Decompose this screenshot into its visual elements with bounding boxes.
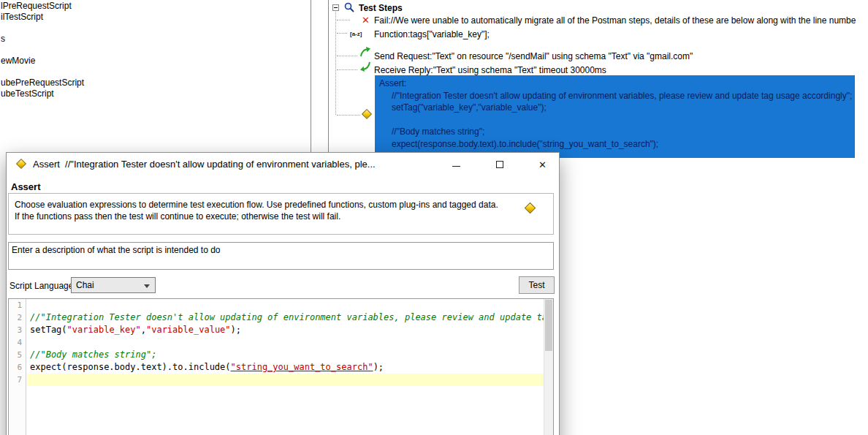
minimize-button[interactable] [440,153,473,176]
tree-item[interactable]: s [1,34,5,44]
section-heading: Assert [11,181,40,192]
assert-diamond-icon [16,159,26,169]
send-request-icon [359,46,371,60]
assert-diamond-icon [525,203,536,214]
tree-node-function[interactable]: Function:tags["variable_key"]; [374,29,490,39]
tree-node-fail[interactable]: Fail://We were unable to automatically m… [374,15,856,26]
code-token: "string_you_want_to_search" [231,362,373,372]
description-input[interactable]: Enter a description of what the script i… [8,242,554,270]
chevron-down-icon [144,284,150,288]
line-number: 1 [9,299,26,311]
maximize-icon [496,161,503,168]
code-line[interactable]: setTag("variable_key","variable_value"); [27,324,544,336]
assert-title: Assert: [379,77,850,90]
code-token: "variable_value" [146,325,231,335]
tree-node-test-steps[interactable]: Test Steps [359,3,403,13]
line-number-gutter: 1 2 3 4 5 6 7 [9,299,26,435]
tree-node-assert-selected[interactable]: Assert: //"Integration Tester doesn't al… [375,75,855,158]
code-token: ); [373,362,384,372]
code-line[interactable]: expect(response.body.text).to.include("s… [27,361,544,374]
tree-item[interactable]: ilTestScript [1,12,43,22]
tree-connector [337,69,357,70]
info-text: If the functions pass then the test will… [15,211,340,222]
assert-line: //"Integration Tester doesn't allow upda… [379,90,850,102]
code-token: , [141,325,146,335]
code-line[interactable] [27,336,544,349]
code-token: ); [231,325,241,335]
scrollbar-thumb[interactable] [545,300,552,351]
left-pane-divider [311,0,311,152]
tree-node-receive-reply[interactable]: Receive Reply:"Text" using schema "Text"… [374,65,606,75]
assert-line: setTag("variable_key","variable_value"); [379,102,850,114]
line-number: 5 [9,349,26,361]
code-line[interactable]: //"Integration Tester doesn't allow upda… [27,311,544,324]
code-line[interactable]: //"Body matches string"; [27,349,544,361]
minimize-icon [452,166,460,167]
code-area[interactable]: //"Integration Tester doesn't allow upda… [27,299,544,435]
dialog-title: Assert //"Integration Tester doesn't all… [33,159,376,170]
tree-item[interactable]: lPreRequestScript [1,1,72,11]
code-token: //"Integration Tester doesn't allow upda… [30,312,544,322]
assert-line: expect(response.body.text).to.include("s… [379,138,850,151]
test-button[interactable]: Test [519,276,555,294]
assert-line: //"Body matches string"; [379,126,850,138]
selected-language: Chai [76,280,94,290]
line-number: 3 [9,324,26,336]
receive-reply-icon [359,61,371,75]
collapse-toggle[interactable] [332,4,339,11]
code-line-current[interactable] [27,374,544,386]
info-box: Choose evaluation expressions to determi… [8,193,554,235]
tree-connector [335,12,336,115]
script-language-label: Script Language: [9,281,76,291]
code-token: expect(response.body.text).to.include( [30,362,231,372]
test-steps-icon [343,1,355,15]
close-icon: ✕ [538,159,547,170]
fail-icon: ✕ [362,15,370,25]
tree-item[interactable]: ubePreRequestScript [1,77,84,88]
line-number: 4 [9,336,26,349]
screen: { "colors": { "selection_blue": "#1777d2… [0,0,868,435]
tree-connector [337,33,347,34]
info-text: Choose evaluation expressions to determi… [15,200,498,210]
function-icon: [a-z] [350,31,362,37]
close-button[interactable]: ✕ [526,153,559,176]
line-number: 2 [9,311,26,324]
script-editor[interactable]: 1 2 3 4 5 6 7 //"Integration Tester does… [8,298,554,435]
tree-connector [337,20,350,20]
dialog-titlebar[interactable]: Assert //"Integration Tester doesn't all… [7,153,559,176]
line-number: 6 [9,361,26,374]
code-line[interactable] [27,299,544,311]
script-language-select[interactable]: Chai [71,277,156,293]
tree-item[interactable]: ewMovie [1,56,35,66]
tree-item[interactable]: ubeTestScript [1,88,54,99]
assert-line [379,114,850,126]
assert-diamond-icon [362,109,372,119]
maximize-button[interactable] [483,153,516,176]
editor-scrollbar[interactable] [544,299,553,435]
tree-connector [337,115,360,116]
tree-node-send-request[interactable]: Send Request:"Text" on resource "/sendMa… [374,51,693,61]
code-token: //"Body matches string"; [30,349,156,360]
assert-dialog: Assert //"Integration Tester doesn't all… [6,152,560,435]
line-number: 7 [9,374,26,386]
code-token: "variable_key" [67,325,141,335]
tree-connector [337,56,357,56]
right-pane-divider [328,0,329,152]
code-token: setTag( [30,325,67,335]
